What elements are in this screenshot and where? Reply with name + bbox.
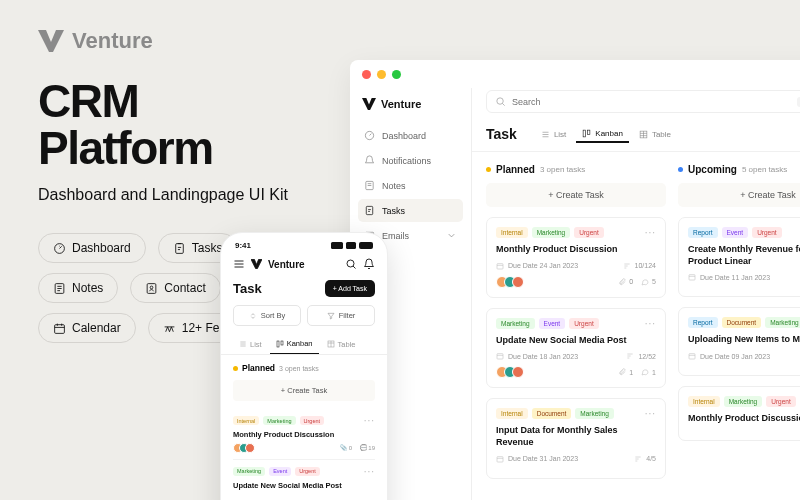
tag: Marketing [532, 227, 571, 238]
svg-rect-16 [497, 456, 503, 461]
sidebar-brand-name: Venture [381, 98, 421, 110]
attachment-icon [618, 368, 626, 376]
chevron-down-icon [446, 230, 457, 241]
mobile-view-table[interactable]: Table [321, 334, 362, 354]
comment-icon [641, 368, 649, 376]
mobile-task-card[interactable]: MarketingEventUrgent···Update New Social… [233, 460, 375, 500]
tag: Marketing [263, 416, 295, 425]
view-table[interactable]: Table [633, 126, 677, 143]
svg-rect-14 [497, 263, 503, 268]
mobile-view-list[interactable]: List [233, 334, 268, 354]
svg-rect-15 [497, 354, 503, 359]
svg-rect-17 [689, 275, 695, 280]
tag: Marketing [233, 467, 265, 476]
tag: Urgent [574, 227, 604, 238]
sidebar-item-dashboard[interactable]: Dashboard [358, 124, 463, 147]
sort-button[interactable]: Sort By [233, 305, 301, 326]
tag: Internal [688, 396, 720, 407]
task-title: Input Data for Monthly Sales Revenue [496, 425, 656, 448]
tag: Document [722, 317, 762, 328]
more-icon[interactable]: ··· [645, 408, 656, 419]
mobile-statusbar: 9:41 [221, 233, 387, 254]
view-list[interactable]: List [535, 126, 572, 143]
add-task-button[interactable]: + Add Task [325, 280, 375, 297]
create-task-button[interactable]: + Create Task [486, 183, 666, 207]
feature-pill: Contact [130, 273, 220, 303]
calendar-icon [496, 262, 504, 270]
task-title: Create Monthly Revenue for All Product L… [688, 244, 800, 267]
task-card[interactable]: ReportEventUrgent···Create Monthly Reven… [678, 217, 800, 297]
pill-icon [53, 282, 66, 295]
sidebar-item-notifications[interactable]: Notifications [358, 149, 463, 172]
task-card[interactable]: InternalDocumentMarketing···Input Data f… [486, 398, 666, 478]
menu-icon[interactable] [233, 258, 245, 270]
svg-rect-21 [281, 341, 283, 345]
tag: Report [688, 317, 718, 328]
avatar [512, 276, 524, 288]
avatar-stack [496, 366, 524, 378]
tag: Report [688, 227, 718, 238]
svg-rect-8 [366, 206, 372, 214]
bell-icon[interactable] [363, 258, 375, 270]
task-card[interactable]: InternalMarketingUrgent···Monthly Produc… [678, 386, 800, 441]
tag: Document [532, 408, 572, 419]
tag: Urgent [766, 396, 796, 407]
pill-icon [173, 242, 186, 255]
task-title: Monthly Product Discussion [688, 413, 800, 425]
column-count: 5 open tasks [742, 165, 787, 174]
status-dot-icon [233, 366, 238, 371]
subtask-icon [623, 262, 631, 270]
mobile-task-card[interactable]: InternalMarketingUrgent···Monthly Produc… [233, 409, 375, 460]
mobile-view-kanban[interactable]: Kanban [270, 334, 319, 354]
sidebar-brand: Venture [358, 98, 463, 110]
mobile-page-title: Task [233, 281, 262, 296]
search-field[interactable] [512, 97, 791, 107]
avatar [512, 366, 524, 378]
task-card[interactable]: ReportDocumentMarketing···Uploading New … [678, 307, 800, 376]
create-task-button[interactable]: + Create Task [678, 183, 800, 207]
pill-icon [145, 282, 158, 295]
tag: Marketing [765, 317, 800, 328]
calendar-icon [496, 455, 504, 463]
column-upcoming: Upcoming5 open tasks + Create Task Repor… [678, 164, 800, 489]
search-input[interactable]: ⌘F [486, 90, 800, 113]
minimize-icon[interactable] [377, 70, 386, 79]
svg-rect-18 [689, 354, 695, 359]
task-card[interactable]: InternalMarketingUrgent···Monthly Produc… [486, 217, 666, 298]
subtask-icon [626, 352, 634, 360]
filter-button[interactable]: Filter [307, 305, 375, 326]
mobile-column-count: 3 open tasks [279, 365, 319, 372]
svg-point-10 [497, 98, 503, 104]
avatar-stack [233, 443, 255, 453]
mobile-create-task-button[interactable]: + Create Task [233, 380, 375, 401]
pill-icon [53, 322, 66, 335]
tag: Marketing [575, 408, 614, 419]
search-icon [495, 96, 506, 107]
task-title: Update New Social Media Post [233, 481, 375, 491]
sidebar-item-tasks[interactable]: Tasks [358, 199, 463, 222]
task-title: Update New Social Media Post [496, 335, 656, 347]
more-icon[interactable]: ··· [364, 415, 375, 426]
more-icon[interactable]: ··· [645, 318, 656, 329]
status-dot-icon [486, 167, 491, 172]
sidebar-item-notes[interactable]: Notes [358, 174, 463, 197]
column-name: Planned [496, 164, 535, 175]
mobile-column-name: Planned [242, 363, 275, 373]
search-icon[interactable] [345, 258, 357, 270]
tag: Internal [496, 227, 528, 238]
tag: Event [269, 467, 291, 476]
task-card[interactable]: MarketingEventUrgent···Update New Social… [486, 308, 666, 389]
brand-logo-icon [251, 259, 262, 269]
brand-name: Venture [72, 28, 153, 54]
tag: Urgent [752, 227, 782, 238]
pill-icon [53, 242, 66, 255]
more-icon[interactable]: ··· [645, 227, 656, 238]
task-title: Uploading New Items to Marketplace [688, 334, 800, 346]
calendar-icon [688, 273, 696, 281]
close-icon[interactable] [362, 70, 371, 79]
svg-point-19 [347, 260, 354, 267]
more-icon[interactable]: ··· [364, 466, 375, 477]
tag: Urgent [569, 318, 599, 329]
view-kanban[interactable]: Kanban [576, 125, 629, 143]
maximize-icon[interactable] [392, 70, 401, 79]
